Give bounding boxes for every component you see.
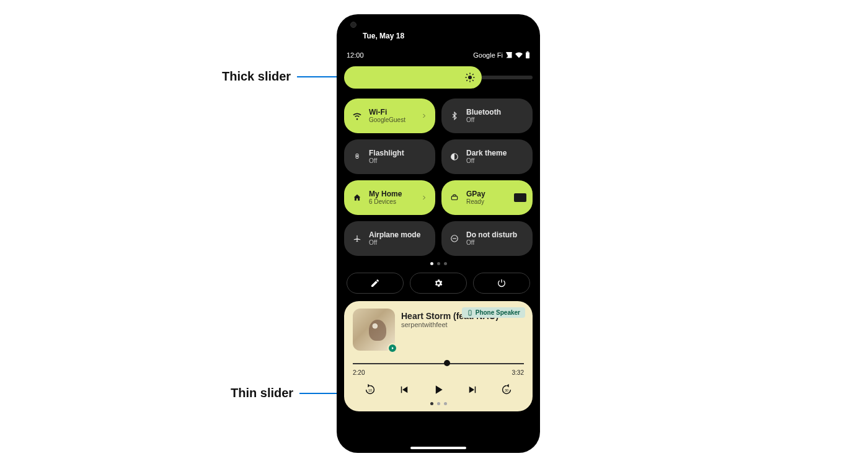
camera-cutout [350, 22, 356, 28]
tile-title: Flashlight [369, 149, 428, 157]
media-page-indicator [353, 402, 524, 405]
tile-airplane[interactable]: Airplane modeOff [344, 221, 435, 256]
play-button[interactable] [430, 381, 447, 398]
edit-button[interactable] [347, 273, 404, 294]
tile-home[interactable]: My Home6 Devices [344, 180, 435, 215]
annotation-label: Thin slider [231, 386, 293, 400]
chevron-right-icon [420, 194, 428, 201]
brightness-slider[interactable] [344, 66, 533, 89]
tile-bluetooth[interactable]: BluetoothOff [441, 99, 533, 133]
settings-button[interactable] [410, 273, 467, 294]
svg-line-9 [466, 80, 467, 81]
tile-subtitle: GoogleGuest [369, 116, 414, 124]
tile-title: Bluetooth [466, 108, 525, 116]
svg-point-12 [356, 156, 358, 157]
status-right: Google Fi [473, 51, 530, 59]
forward-button[interactable]: 30 [498, 381, 515, 398]
tile-subtitle: Off [466, 157, 525, 165]
tile-title: Dark theme [466, 149, 525, 157]
phone-frame: Tue, May 18 12:00 Google Fi [337, 14, 540, 453]
signal-icon [505, 51, 513, 59]
media-progress-slider[interactable] [353, 359, 524, 368]
svg-text:10: 10 [368, 388, 372, 392]
svg-rect-14 [451, 196, 457, 200]
airplane-icon [352, 233, 363, 244]
power-button[interactable] [473, 273, 530, 294]
bluetooth-icon [449, 110, 460, 121]
svg-line-10 [472, 74, 474, 75]
tile-flash[interactable]: FlashlightOff [344, 139, 435, 174]
wifi-icon [352, 110, 363, 121]
progress-times: 2:20 3:32 [353, 369, 524, 376]
status-date: Tue, May 18 [363, 32, 533, 40]
media-controls: 10 30 [353, 381, 524, 398]
tile-dark[interactable]: Dark themeOff [441, 139, 533, 174]
previous-button[interactable] [396, 381, 413, 398]
svg-point-19 [469, 314, 470, 315]
output-label: Phone Speaker [476, 309, 520, 316]
svg-point-2 [468, 76, 472, 79]
tile-title: Airplane mode [369, 230, 428, 239]
progress-track [353, 363, 524, 364]
qs-footer-buttons [344, 273, 533, 294]
annotation-thick-slider: Thick slider [222, 69, 356, 84]
status-bar: 12:00 Google Fi [344, 51, 533, 59]
brightness-fill [344, 66, 482, 89]
svg-rect-22 [401, 387, 402, 393]
elapsed-time: 2:20 [353, 369, 365, 376]
wifi-status-icon [515, 51, 523, 59]
tile-subtitle: Off [369, 157, 428, 165]
tile-subtitle: Off [466, 239, 525, 247]
album-art[interactable] [353, 309, 395, 351]
svg-marker-25 [469, 387, 474, 393]
dnd-icon [449, 233, 460, 244]
tile-subtitle: Off [369, 239, 428, 247]
home-icon [352, 192, 363, 203]
tile-gpay[interactable]: GPayReady [441, 180, 533, 215]
gpay-icon [449, 192, 460, 203]
tile-title: Do not disturb [466, 230, 525, 239]
gesture-nav-pill[interactable] [410, 447, 466, 449]
output-chip[interactable]: Phone Speaker [462, 307, 525, 318]
flash-icon [352, 151, 363, 162]
next-button[interactable] [464, 381, 481, 398]
quick-settings-grid: Wi-FiGoogleGuestBluetoothOffFlashlightOf… [344, 99, 533, 256]
chevron-right-icon [420, 112, 428, 120]
svg-marker-24 [436, 385, 443, 393]
dark-icon [449, 151, 460, 162]
progress-knob [444, 360, 450, 366]
svg-rect-0 [526, 53, 529, 59]
media-card: Phone Speaker Heart Storm (feat. NAO) se… [344, 301, 533, 411]
svg-text:30: 30 [505, 388, 508, 392]
svg-rect-1 [527, 51, 529, 53]
track-artist: serpentwithfeet [401, 321, 524, 328]
page-indicator [344, 262, 533, 265]
total-time: 3:32 [512, 369, 524, 376]
tile-subtitle: 6 Devices [369, 198, 414, 206]
tile-title: My Home [369, 190, 414, 198]
tile-title: Wi-Fi [369, 108, 414, 116]
brightness-icon [464, 72, 476, 83]
replay-button[interactable]: 10 [361, 381, 379, 398]
tile-dnd[interactable]: Do not disturbOff [441, 221, 533, 256]
svg-rect-26 [475, 387, 476, 393]
card-icon [514, 193, 526, 202]
carrier-label: Google Fi [473, 51, 503, 59]
svg-marker-23 [402, 387, 407, 393]
status-time: 12:00 [347, 51, 364, 59]
battery-icon [525, 51, 530, 59]
svg-line-8 [472, 80, 474, 81]
svg-line-7 [466, 74, 467, 75]
tile-subtitle: Off [466, 116, 525, 124]
app-badge-icon [388, 343, 397, 353]
tile-wifi[interactable]: Wi-FiGoogleGuest [344, 99, 435, 133]
annotation-label: Thick slider [222, 69, 291, 84]
svg-marker-20 [392, 347, 394, 349]
